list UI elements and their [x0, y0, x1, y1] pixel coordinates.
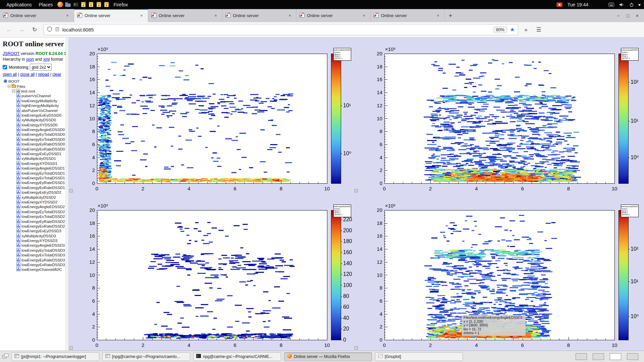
input-source-icon[interactable] [608, 1, 615, 8]
plot-pad-1[interactable] [69, 38, 357, 194]
url-bar[interactable]: localhost:8085 80% ★ [44, 24, 518, 35]
browser-tab[interactable]: Online server× [371, 9, 445, 22]
page-info-icon[interactable] [55, 27, 60, 33]
tree-item[interactable]: absPulserVsChannel [3, 108, 64, 113]
json-link[interactable]: json [26, 57, 34, 62]
sidebar-scrollbar[interactable] [65, 38, 69, 351]
tab-close-icon[interactable]: × [435, 12, 441, 19]
tree-item[interactable]: lowEnergyChannelADC [3, 267, 64, 272]
forward-button[interactable]: → [17, 25, 27, 35]
tree-item[interactable]: lowEnergyExTotalDSSD3 [3, 253, 64, 257]
taskbar-window-button[interactable]: npg@carme-gsi:~/Programs/CARME... [193, 352, 281, 361]
tree-item[interactable]: lowEnergyXYDSSD3 [3, 238, 64, 243]
tree-item[interactable]: lowEnergyAngleEDSSD0 [3, 127, 64, 132]
doc-app-icon[interactable] [80, 1, 87, 8]
tree-item[interactable]: lowEnergyExTotalDSSD0 [3, 137, 64, 142]
tree-item[interactable]: lowEnergyExTotalDSSD1 [3, 176, 64, 180]
places-menu[interactable]: Places [36, 1, 56, 8]
tree-item[interactable]: lowEnergyXYDSSD1 [3, 161, 64, 166]
tree-item[interactable]: lowEnergyXYDSSD2 [3, 200, 64, 204]
tree-item[interactable]: test.root [3, 89, 64, 94]
tree-item[interactable]: lowEnergyExEyDSSD0 [3, 113, 64, 118]
tree-item[interactable]: xyMultiplicityDSSD1 [3, 156, 64, 161]
tree-expander-icon[interactable] [12, 89, 15, 93]
tree-item[interactable]: lowEnergyEyRateDSSD2 [3, 219, 64, 224]
tree-item[interactable]: lowEnergyAngleEDSSD2 [3, 204, 64, 209]
tree-item[interactable]: highEnergyMultiplicity [3, 103, 64, 108]
tree-item[interactable]: lowEnergyEyTotalDSSD0 [3, 132, 64, 137]
tree-item[interactable]: lowEnergyEyTotalDSSD1 [3, 171, 64, 175]
overflow-menu-icon[interactable]: » [521, 25, 531, 35]
tree-item[interactable]: lowEnergyExEyDSSD1 [3, 152, 64, 156]
window-list-icon[interactable] [2, 354, 8, 360]
browser-tab[interactable]: Online server× [74, 9, 148, 22]
firefox-launcher-icon[interactable] [57, 1, 64, 8]
volume-icon[interactable] [618, 1, 625, 8]
applications-menu[interactable]: Applications [3, 1, 35, 8]
window-close-button[interactable]: × [636, 13, 639, 18]
doc-app-icon[interactable] [96, 1, 102, 8]
taskbar-window-button[interactable]: [pi@nnrpi1: ~/Programs/caenlogger] [11, 352, 99, 361]
reload-button[interactable]: ↻ [30, 25, 40, 35]
tree-item[interactable]: lowEnergyExEyDSSD2 [3, 190, 64, 195]
files-app-icon[interactable] [65, 1, 71, 8]
taskbar-window-button[interactable]: [npg@carme-gsi:~/Programs/caenlo... [102, 352, 190, 361]
tree-item[interactable]: lowEnergyEyTotalDSSD3 [3, 248, 64, 253]
workspace-cell[interactable] [593, 353, 604, 360]
tree-item[interactable]: lowEnergyEyRateDSSD3 [3, 257, 64, 262]
tree-item[interactable]: xyMultiplicityDSSD0 [3, 118, 64, 122]
screen-record-indicator-icon[interactable] [556, 1, 563, 8]
tree-item[interactable]: lowEnergyExRateDSSD0 [3, 146, 64, 151]
tab-close-icon[interactable]: × [138, 12, 145, 19]
tree-item[interactable]: pulserVsChannel [3, 94, 64, 98]
hamburger-menu-icon[interactable]: ☰ [534, 25, 544, 35]
tree-item[interactable]: xyMultiplicityDSSD2 [3, 195, 64, 199]
grid-layout-select[interactable]: grid 2x2 [30, 64, 52, 71]
monitoring-label[interactable]: Monitoring [9, 65, 28, 70]
pad-resize-handle[interactable] [69, 346, 73, 350]
window-minimize-button[interactable]: − [617, 13, 620, 18]
tree-item[interactable]: lowEnergyExRateDSSD1 [3, 185, 64, 190]
window-maximize-button[interactable]: □ [626, 13, 629, 18]
tree-item[interactable]: xyMultiplicityDSSD3 [3, 234, 64, 238]
tree-action-link[interactable]: reload [38, 72, 49, 77]
tree-item[interactable]: lowEnergyMultiplicity [3, 99, 64, 103]
plot-pad-2[interactable] [356, 38, 644, 194]
tree-item[interactable]: lowEnergyAngleEDSSD3 [3, 243, 64, 248]
workspace-cell[interactable] [576, 353, 587, 360]
terminal-app-icon[interactable] [72, 1, 79, 8]
tree-action-link[interactable]: open all [3, 72, 17, 77]
tree-item[interactable]: lowEnergyAngleEDSSD1 [3, 166, 64, 171]
tree-item[interactable]: lowEnergyEyTotalDSSD2 [3, 209, 64, 214]
tree-item[interactable]: lowEnergyXYDSSD0 [3, 123, 64, 127]
tree-item[interactable]: lowEnergyExRateDSSD2 [3, 224, 64, 229]
tab-close-icon[interactable]: × [286, 12, 293, 19]
plot-pad-4[interactable]: Files/test.root/lowEnergyAngleEDSSD3 x =… [356, 194, 644, 351]
plot-pad-3[interactable] [69, 194, 357, 351]
monitoring-checkbox[interactable] [3, 65, 7, 69]
tab-close-icon[interactable]: × [64, 12, 71, 19]
tree-expander-icon[interactable] [8, 84, 11, 88]
tree-item[interactable]: Files [3, 84, 64, 88]
tree-item[interactable]: lowEnergyExTotalDSSD2 [3, 214, 64, 219]
browser-tab[interactable]: Online server× [297, 9, 371, 22]
doc-app-icon[interactable] [88, 1, 95, 8]
tree-item[interactable]: lowEnergyEyRateDSSD0 [3, 142, 64, 146]
zoom-indicator[interactable]: 80% [493, 26, 507, 33]
doc-app-icon[interactable] [103, 1, 110, 8]
tree-item[interactable]: lowEnergyEyRateDSSD1 [3, 180, 64, 185]
taskbar-window-button[interactable]: Online server — Mozilla Firefox [284, 352, 372, 361]
jsroot-link[interactable]: JSROOT [3, 51, 19, 56]
browser-tab[interactable]: Online server× [148, 9, 222, 22]
clock[interactable]: Tue 19:44 [567, 2, 588, 7]
browser-tab[interactable]: Online server× [222, 9, 297, 22]
tree-action-link[interactable]: close all [20, 72, 35, 77]
back-button[interactable]: ← [4, 25, 14, 35]
tree-item[interactable]: ROOT [3, 79, 64, 84]
pad-resize-handle[interactable] [69, 189, 73, 192]
taskbar-window-button[interactable]: [Gnuplot] [375, 352, 463, 361]
xml-link[interactable]: xml [43, 57, 50, 62]
pad-resize-handle[interactable] [355, 346, 358, 350]
tree-item[interactable]: lowEnergyExRateDSSD3 [3, 262, 64, 267]
pad-resize-handle[interactable] [355, 189, 358, 192]
